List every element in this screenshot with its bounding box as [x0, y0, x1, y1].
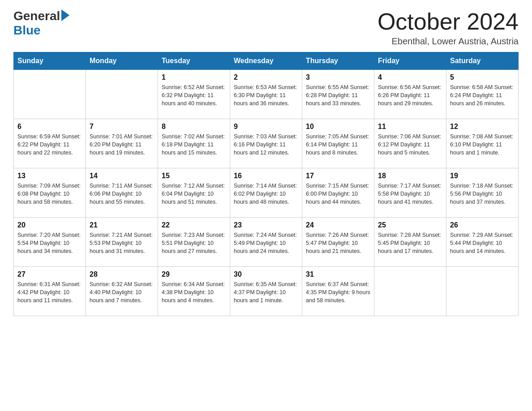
calendar-cell: 20Sunrise: 7:20 AM Sunset: 5:54 PM Dayli… — [14, 218, 86, 267]
day-number: 9 — [234, 123, 298, 131]
calendar-cell: 25Sunrise: 7:28 AM Sunset: 5:45 PM Dayli… — [374, 218, 446, 267]
day-number: 18 — [378, 172, 442, 180]
calendar-cell: 3Sunrise: 6:55 AM Sunset: 6:28 PM Daylig… — [302, 70, 374, 119]
calendar-cell: 13Sunrise: 7:09 AM Sunset: 6:08 PM Dayli… — [14, 168, 86, 218]
day-number: 8 — [162, 123, 226, 131]
day-number: 31 — [306, 270, 370, 278]
calendar-cell — [86, 70, 158, 119]
title-block: October 2024 Ebenthal, Lower Austria, Au… — [378, 9, 519, 47]
day-info: Sunrise: 7:02 AM Sunset: 6:18 PM Dayligh… — [162, 133, 226, 157]
day-info: Sunrise: 7:03 AM Sunset: 6:16 PM Dayligh… — [234, 133, 298, 157]
day-info: Sunrise: 7:17 AM Sunset: 5:58 PM Dayligh… — [378, 182, 442, 206]
calendar-cell: 10Sunrise: 7:05 AM Sunset: 6:14 PM Dayli… — [302, 119, 374, 168]
calendar-cell: 5Sunrise: 6:58 AM Sunset: 6:24 PM Daylig… — [446, 70, 519, 119]
day-number: 14 — [90, 172, 154, 180]
day-info: Sunrise: 7:12 AM Sunset: 6:04 PM Dayligh… — [162, 182, 226, 206]
calendar-cell — [374, 267, 446, 316]
day-info: Sunrise: 7:21 AM Sunset: 5:53 PM Dayligh… — [90, 231, 154, 255]
calendar-cell: 15Sunrise: 7:12 AM Sunset: 6:04 PM Dayli… — [158, 168, 230, 218]
day-info: Sunrise: 7:18 AM Sunset: 5:56 PM Dayligh… — [450, 182, 515, 206]
calendar-cell — [446, 267, 519, 316]
day-number: 12 — [450, 123, 515, 131]
calendar-cell: 11Sunrise: 7:06 AM Sunset: 6:12 PM Dayli… — [374, 119, 446, 168]
day-number: 2 — [234, 73, 298, 81]
day-info: Sunrise: 7:28 AM Sunset: 5:45 PM Dayligh… — [378, 231, 442, 255]
calendar-header: Sunday Monday Tuesday Wednesday Thursday… — [14, 52, 519, 70]
day-number: 17 — [306, 172, 370, 180]
day-info: Sunrise: 7:11 AM Sunset: 6:06 PM Dayligh… — [90, 182, 154, 206]
day-info: Sunrise: 6:58 AM Sunset: 6:24 PM Dayligh… — [450, 83, 515, 107]
calendar-cell: 29Sunrise: 6:34 AM Sunset: 4:38 PM Dayli… — [158, 267, 230, 316]
page-header: General Blue October 2024 Ebenthal, Lowe… — [13, 9, 519, 47]
day-number: 23 — [234, 221, 298, 229]
calendar-cell: 28Sunrise: 6:32 AM Sunset: 4:40 PM Dayli… — [86, 267, 158, 316]
day-info: Sunrise: 7:01 AM Sunset: 6:20 PM Dayligh… — [90, 133, 154, 157]
calendar-week-5: 27Sunrise: 6:31 AM Sunset: 4:42 PM Dayli… — [14, 267, 519, 316]
calendar-cell: 8Sunrise: 7:02 AM Sunset: 6:18 PM Daylig… — [158, 119, 230, 168]
day-number: 6 — [17, 123, 82, 131]
day-number: 16 — [234, 172, 298, 180]
calendar-body: 1Sunrise: 6:52 AM Sunset: 6:32 PM Daylig… — [14, 70, 519, 316]
day-number: 11 — [378, 123, 442, 131]
day-info: Sunrise: 7:06 AM Sunset: 6:12 PM Dayligh… — [378, 133, 442, 157]
calendar-cell: 24Sunrise: 7:26 AM Sunset: 5:47 PM Dayli… — [302, 218, 374, 267]
day-info: Sunrise: 7:26 AM Sunset: 5:47 PM Dayligh… — [306, 231, 370, 255]
calendar-cell: 26Sunrise: 7:29 AM Sunset: 5:44 PM Dayli… — [446, 218, 519, 267]
col-monday: Monday — [86, 52, 158, 70]
calendar-week-4: 20Sunrise: 7:20 AM Sunset: 5:54 PM Dayli… — [14, 218, 519, 267]
calendar-cell: 23Sunrise: 7:24 AM Sunset: 5:49 PM Dayli… — [230, 218, 302, 267]
calendar-cell: 31Sunrise: 6:37 AM Sunset: 4:35 PM Dayli… — [302, 267, 374, 316]
day-info: Sunrise: 7:05 AM Sunset: 6:14 PM Dayligh… — [306, 133, 370, 157]
day-number: 28 — [90, 270, 154, 278]
calendar-cell: 7Sunrise: 7:01 AM Sunset: 6:20 PM Daylig… — [86, 119, 158, 168]
day-number: 25 — [378, 221, 442, 229]
calendar-cell — [14, 70, 86, 119]
day-info: Sunrise: 6:32 AM Sunset: 4:40 PM Dayligh… — [90, 280, 154, 304]
day-info: Sunrise: 7:09 AM Sunset: 6:08 PM Dayligh… — [17, 182, 82, 206]
col-tuesday: Tuesday — [158, 52, 230, 70]
header-row: Sunday Monday Tuesday Wednesday Thursday… — [14, 52, 519, 70]
day-info: Sunrise: 7:20 AM Sunset: 5:54 PM Dayligh… — [17, 231, 82, 255]
col-wednesday: Wednesday — [230, 52, 302, 70]
calendar-cell: 12Sunrise: 7:08 AM Sunset: 6:10 PM Dayli… — [446, 119, 519, 168]
day-info: Sunrise: 7:14 AM Sunset: 6:02 PM Dayligh… — [234, 182, 298, 206]
calendar-week-1: 1Sunrise: 6:52 AM Sunset: 6:32 PM Daylig… — [14, 70, 519, 119]
day-info: Sunrise: 7:08 AM Sunset: 6:10 PM Dayligh… — [450, 133, 515, 157]
calendar-cell: 22Sunrise: 7:23 AM Sunset: 5:51 PM Dayli… — [158, 218, 230, 267]
day-number: 4 — [378, 73, 442, 81]
day-number: 3 — [306, 73, 370, 81]
col-thursday: Thursday — [302, 52, 374, 70]
calendar-table: Sunday Monday Tuesday Wednesday Thursday… — [13, 52, 519, 316]
day-number: 24 — [306, 221, 370, 229]
day-info: Sunrise: 6:31 AM Sunset: 4:42 PM Dayligh… — [17, 280, 82, 304]
logo: General Blue — [13, 9, 69, 38]
calendar-cell: 27Sunrise: 6:31 AM Sunset: 4:42 PM Dayli… — [14, 267, 86, 316]
logo-blue-text: Blue — [13, 23, 41, 37]
logo-general-text: General — [13, 9, 60, 23]
calendar-cell: 30Sunrise: 6:35 AM Sunset: 4:37 PM Dayli… — [230, 267, 302, 316]
day-info: Sunrise: 6:53 AM Sunset: 6:30 PM Dayligh… — [234, 83, 298, 107]
day-info: Sunrise: 7:24 AM Sunset: 5:49 PM Dayligh… — [234, 231, 298, 255]
col-friday: Friday — [374, 52, 446, 70]
calendar-week-3: 13Sunrise: 7:09 AM Sunset: 6:08 PM Dayli… — [14, 168, 519, 218]
calendar-week-2: 6Sunrise: 6:59 AM Sunset: 6:22 PM Daylig… — [14, 119, 519, 168]
day-number: 5 — [450, 73, 515, 81]
calendar-cell: 18Sunrise: 7:17 AM Sunset: 5:58 PM Dayli… — [374, 168, 446, 218]
calendar-cell: 17Sunrise: 7:15 AM Sunset: 6:00 PM Dayli… — [302, 168, 374, 218]
day-info: Sunrise: 7:29 AM Sunset: 5:44 PM Dayligh… — [450, 231, 515, 255]
day-number: 15 — [162, 172, 226, 180]
day-info: Sunrise: 6:35 AM Sunset: 4:37 PM Dayligh… — [234, 280, 298, 304]
day-info: Sunrise: 7:23 AM Sunset: 5:51 PM Dayligh… — [162, 231, 226, 255]
calendar-cell: 21Sunrise: 7:21 AM Sunset: 5:53 PM Dayli… — [86, 218, 158, 267]
day-info: Sunrise: 6:52 AM Sunset: 6:32 PM Dayligh… — [162, 83, 226, 107]
calendar-cell: 4Sunrise: 6:56 AM Sunset: 6:26 PM Daylig… — [374, 70, 446, 119]
day-number: 22 — [162, 221, 226, 229]
calendar-cell: 19Sunrise: 7:18 AM Sunset: 5:56 PM Dayli… — [446, 168, 519, 218]
calendar-cell: 16Sunrise: 7:14 AM Sunset: 6:02 PM Dayli… — [230, 168, 302, 218]
day-number: 10 — [306, 123, 370, 131]
calendar-cell: 9Sunrise: 7:03 AM Sunset: 6:16 PM Daylig… — [230, 119, 302, 168]
day-info: Sunrise: 6:55 AM Sunset: 6:28 PM Dayligh… — [306, 83, 370, 107]
logo-triangle-icon — [61, 9, 69, 21]
day-number: 19 — [450, 172, 515, 180]
day-info: Sunrise: 6:56 AM Sunset: 6:26 PM Dayligh… — [378, 83, 442, 107]
